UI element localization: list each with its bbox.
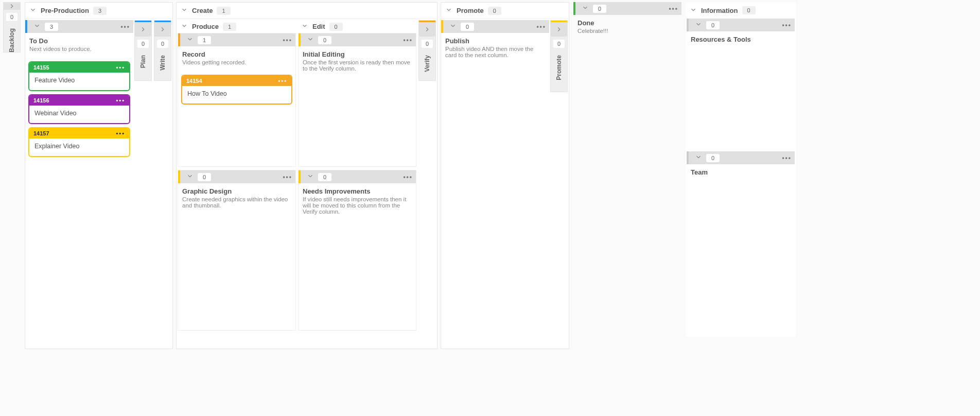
card-how-to-video[interactable]: 14154 ••• How To Video [181, 75, 292, 105]
card-menu[interactable]: ••• [278, 78, 287, 84]
chevron-down-icon [181, 6, 188, 13]
chevron-down-icon [29, 6, 37, 13]
collapse-lane[interactable] [186, 172, 194, 181]
lane-count: 0 [706, 21, 720, 29]
card-explainer-video[interactable]: 14157 ••• Explainer Video [28, 127, 130, 157]
card-id: 14155 [33, 64, 49, 71]
chevron-down-icon [307, 172, 314, 180]
lane-menu[interactable]: ••• [120, 23, 130, 30]
lane-menu[interactable]: ••• [782, 154, 792, 162]
lane-title: To Do [25, 33, 133, 46]
card-menu[interactable]: ••• [116, 130, 125, 136]
card-id: 14154 [186, 78, 202, 84]
lane-menu[interactable]: ••• [403, 174, 413, 181]
collapse-edit[interactable] [301, 22, 308, 31]
lane-todo: 3 ••• To Do Next videos to produce. 1415… [25, 20, 133, 344]
lane-menu[interactable]: ••• [283, 37, 292, 44]
card-menu[interactable]: ••• [116, 97, 125, 103]
lane-stripe [299, 33, 301, 46]
lane-title: Resources & Tools [687, 31, 795, 44]
lane-stripe [687, 19, 689, 31]
lane-count: 0 [461, 23, 474, 31]
expand-verify[interactable] [419, 22, 435, 37]
group-title: Pre-Production [41, 7, 89, 14]
collapse-group[interactable] [29, 6, 37, 15]
lane-resources: 0 ••• Resources & Tools [687, 19, 795, 147]
chevron-down-icon [445, 6, 452, 13]
column-promote-collapsed[interactable]: 0 Promote [550, 20, 568, 92]
lane-desc: Videos getting recorded. [178, 59, 295, 70]
produce-title: Produce [192, 23, 219, 30]
chevron-right-icon [139, 26, 147, 33]
group-count: 0 [742, 6, 756, 14]
collapse-lane[interactable] [582, 4, 589, 13]
backlog-title: Backlog [8, 24, 15, 57]
lane-header: 3 ••• [25, 20, 133, 33]
column-write-collapsed[interactable]: 0 Write [154, 20, 171, 81]
lane-stripe [573, 2, 575, 15]
expand-plan[interactable] [135, 22, 151, 37]
lane-title: Initial Editing [299, 46, 416, 59]
lane-desc: Next videos to produce. [25, 46, 133, 56]
group-header: Pre-Production 3 [25, 3, 172, 19]
lane-desc: Publish video AND then move the card to … [441, 46, 549, 62]
plan-title: Plan [139, 51, 147, 72]
lane-menu[interactable]: ••• [283, 174, 292, 181]
group-promote: Promote 0 0 ••• Publish Publish video AN… [441, 2, 569, 349]
collapse-group[interactable] [445, 6, 452, 15]
card-menu[interactable]: ••• [116, 64, 125, 71]
collapse-lane[interactable] [695, 21, 702, 29]
lane-count: 0 [318, 36, 331, 44]
collapse-group[interactable] [181, 6, 188, 15]
lane-stripe [687, 151, 689, 164]
group-pre-production: Pre-Production 3 3 ••• To Do Next videos… [25, 2, 173, 349]
collapse-lane[interactable] [186, 36, 194, 44]
expand-write[interactable] [154, 22, 171, 37]
lane-publish: 0 ••• Publish Publish video AND then mov… [441, 20, 549, 344]
chevron-down-icon [33, 22, 41, 29]
column-plan-collapsed[interactable]: 0 Plan [134, 20, 152, 81]
collapse-produce[interactable] [181, 22, 188, 31]
collapse-lane[interactable] [695, 153, 702, 162]
chevron-down-icon [582, 4, 589, 11]
lane-desc: If video still needs improvements then i… [299, 196, 416, 219]
card-id: 14157 [33, 130, 49, 136]
lane-menu[interactable]: ••• [403, 37, 413, 44]
collapse-lane[interactable] [307, 36, 314, 44]
chevron-right-icon [8, 3, 15, 10]
column-backlog-collapsed[interactable]: 0 Backlog [3, 2, 21, 53]
chevron-right-icon [555, 26, 563, 33]
lane-count: 3 [45, 23, 58, 31]
card-title: Explainer Video [29, 138, 129, 156]
group-title: Information [701, 7, 738, 14]
collapse-lane[interactable] [33, 22, 41, 31]
lane-stripe [441, 20, 443, 33]
lane-menu[interactable]: ••• [782, 22, 792, 29]
edit-count: 0 [329, 23, 343, 31]
chevron-down-icon [307, 36, 314, 43]
lane-title: Graphic Design [178, 183, 295, 196]
chevron-down-icon [301, 22, 308, 29]
collapse-lane[interactable] [307, 172, 314, 181]
collapse-lane[interactable] [449, 22, 457, 31]
lane-desc: Once the first version is ready then mov… [299, 59, 416, 76]
card-webinar-video[interactable]: 14156 ••• Webinar Video [28, 94, 130, 124]
collapse-group[interactable] [690, 6, 697, 15]
lane-initial-editing: 0 ••• Initial Editing Once the first ver… [298, 33, 416, 167]
chevron-down-icon [449, 22, 457, 29]
lane-menu[interactable]: ••• [536, 23, 546, 30]
lane-done: 0 ••• Done Celebrate!!! [573, 2, 681, 347]
lane-title: Publish [441, 33, 549, 46]
supercolumn-produce: Produce 1 1 ••• Record Videos getting re… [177, 20, 297, 331]
group-header: Create 1 [177, 3, 437, 19]
column-verify-collapsed[interactable]: 0 Verify [418, 20, 436, 81]
lane-desc: Create needed graphics within the video … [178, 196, 295, 213]
lane-menu[interactable]: ••• [669, 5, 678, 12]
lane-stripe [25, 20, 27, 33]
group-header: Information 0 [686, 2, 796, 19]
expand-backlog[interactable] [4, 3, 20, 10]
expand-promote[interactable] [551, 22, 567, 37]
card-feature-video[interactable]: 14155 ••• Feature Video [28, 61, 130, 91]
group-information: Information 0 0 ••• Resources & Tools 0 … [686, 2, 796, 337]
group-count: 3 [93, 7, 107, 15]
